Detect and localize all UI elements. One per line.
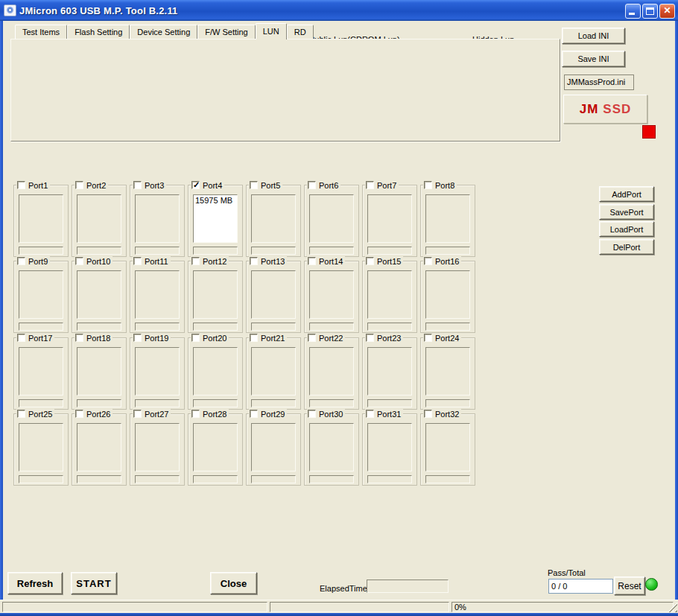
port-checkbox[interactable] <box>424 181 432 189</box>
port-checkbox[interactable] <box>308 410 316 418</box>
port-checkbox[interactable] <box>75 181 83 189</box>
progress-bar: 0% <box>452 602 674 612</box>
tab-fw-setting[interactable]: F/W Setting <box>197 25 255 39</box>
port-label: Port31 <box>377 410 401 419</box>
del-port-button[interactable]: DelPort <box>599 239 654 255</box>
port-listbox[interactable] <box>19 347 63 396</box>
port-group: Port29 <box>246 413 301 486</box>
app-icon <box>4 4 16 16</box>
tab-rd[interactable]: RD <box>287 25 314 39</box>
port-listbox[interactable] <box>309 270 354 319</box>
port-listbox[interactable] <box>77 423 121 471</box>
port-checkbox[interactable] <box>308 181 316 189</box>
port-listbox[interactable] <box>309 347 354 396</box>
port-label: Port7 <box>377 181 396 190</box>
port-listbox[interactable] <box>309 423 354 471</box>
start-button[interactable]: START <box>71 572 117 594</box>
tab-device-setting[interactable]: Device Setting <box>130 25 197 39</box>
port-listbox[interactable] <box>135 347 180 396</box>
reset-button[interactable]: Reset <box>614 577 645 595</box>
port-checkbox[interactable] <box>366 257 374 265</box>
minimize-button[interactable] <box>625 4 641 19</box>
port-checkbox[interactable] <box>191 257 200 265</box>
port-checkbox[interactable] <box>191 334 200 342</box>
ini-filename-field[interactable]: JMMassProd.ini <box>564 74 634 90</box>
port-listbox[interactable] <box>19 194 63 243</box>
port-checkbox[interactable] <box>366 410 374 418</box>
port-checkbox[interactable] <box>17 334 25 342</box>
port-checkbox[interactable] <box>250 410 258 418</box>
port-progressbar <box>309 247 354 255</box>
port-checkbox[interactable] <box>133 410 142 418</box>
port-group: Port12 <box>188 261 243 333</box>
port-listbox[interactable] <box>77 194 121 243</box>
load-port-button[interactable]: LoadPort <box>599 221 654 237</box>
port-listbox[interactable] <box>193 270 238 319</box>
port-listbox[interactable] <box>135 194 180 243</box>
port-listbox[interactable] <box>425 194 470 243</box>
port-checkbox[interactable] <box>424 410 432 418</box>
port-checkbox[interactable] <box>366 181 374 189</box>
port-checkbox[interactable] <box>133 257 142 265</box>
port-listbox[interactable] <box>309 194 354 243</box>
port-listbox[interactable] <box>425 423 470 471</box>
port-checkbox[interactable] <box>191 410 200 418</box>
port-listbox[interactable] <box>425 270 470 319</box>
port-checkbox[interactable] <box>250 181 258 189</box>
refresh-button[interactable]: Refresh <box>7 572 63 594</box>
port-listbox[interactable] <box>425 347 470 396</box>
close-button[interactable]: ✕ <box>659 4 675 19</box>
port-checkbox[interactable] <box>366 334 374 342</box>
port-checkbox[interactable] <box>308 257 316 265</box>
port-label: Port25 <box>28 410 52 419</box>
port-group: Port20 <box>188 337 243 410</box>
port-checkbox[interactable] <box>133 334 142 342</box>
port-checkbox[interactable] <box>308 334 316 342</box>
port-checkbox[interactable] <box>250 334 258 342</box>
port-checkbox[interactable] <box>75 410 83 418</box>
port-listbox[interactable]: 15975 MB <box>193 194 238 243</box>
port-group: Port31 <box>362 413 417 486</box>
tab-lun[interactable]: LUN <box>256 23 287 39</box>
port-listbox[interactable] <box>135 270 180 319</box>
status-panel-1 <box>2 602 267 612</box>
port-checkbox[interactable] <box>424 257 432 265</box>
port-checkbox[interactable] <box>133 181 142 189</box>
port-listbox[interactable] <box>193 423 238 471</box>
port-checkbox[interactable] <box>17 410 25 418</box>
port-listbox[interactable] <box>251 423 296 471</box>
port-listbox[interactable] <box>193 347 238 396</box>
tab-flash-setting[interactable]: Flash Setting <box>67 25 130 39</box>
port-checkbox[interactable] <box>250 257 258 265</box>
port-checkbox[interactable] <box>75 257 83 265</box>
add-port-button[interactable]: AddPort <box>599 186 654 202</box>
port-label: Port23 <box>377 334 401 343</box>
port-checkbox[interactable] <box>17 257 25 265</box>
port-listbox[interactable] <box>251 194 296 243</box>
port-progressbar <box>19 247 63 255</box>
load-ini-button[interactable]: Load INI <box>562 28 625 44</box>
pass-total-label: Pass/Total <box>548 568 586 577</box>
port-listbox[interactable] <box>367 347 412 396</box>
port-checkbox[interactable] <box>17 181 25 189</box>
save-port-button[interactable]: SavePort <box>599 204 654 220</box>
status-red-indicator <box>642 125 656 139</box>
maximize-button[interactable] <box>642 4 658 19</box>
port-checkbox[interactable] <box>191 181 200 189</box>
port-listbox[interactable] <box>251 270 296 319</box>
port-listbox[interactable] <box>77 270 121 319</box>
port-listbox[interactable] <box>77 347 121 396</box>
port-listbox[interactable] <box>19 423 63 471</box>
port-listbox[interactable] <box>367 270 412 319</box>
port-listbox[interactable] <box>367 423 412 471</box>
port-listbox[interactable] <box>251 347 296 396</box>
port-checkbox[interactable] <box>75 334 83 342</box>
port-label: Port9 <box>28 257 48 266</box>
port-listbox[interactable] <box>19 270 63 319</box>
port-listbox[interactable] <box>367 194 412 243</box>
tab-test-items[interactable]: Test Items <box>15 25 67 39</box>
save-ini-button[interactable]: Save INI <box>562 51 625 67</box>
close-action-button[interactable]: Close <box>210 572 257 594</box>
port-checkbox[interactable] <box>424 334 432 342</box>
port-listbox[interactable] <box>135 423 180 471</box>
